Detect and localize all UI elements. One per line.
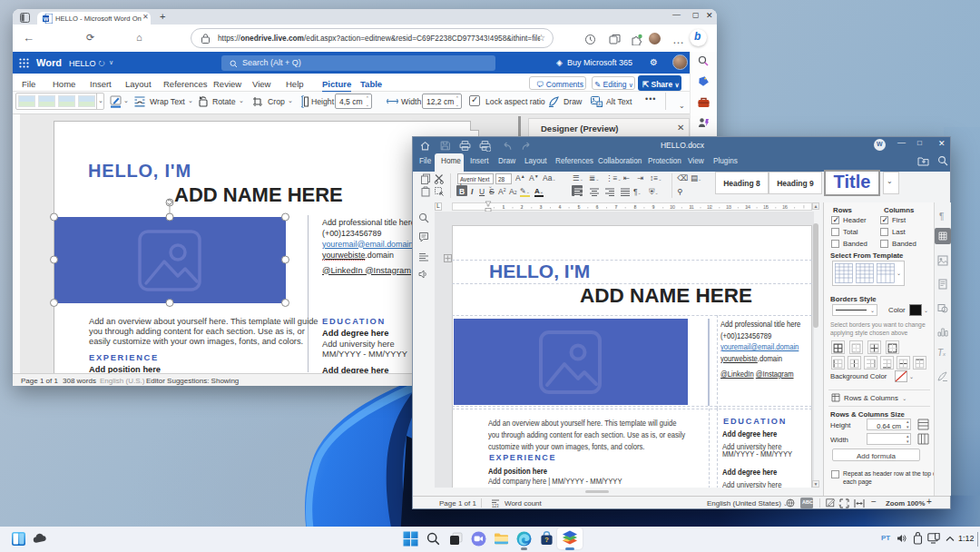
svg-text:13: 13 (726, 204, 731, 210)
svg-text:10: 10 (670, 204, 675, 210)
svg-text:?: ? (544, 536, 549, 544)
svg-text:12: 12 (707, 204, 712, 210)
svg-text:11: 11 (689, 204, 694, 210)
svg-text:15: 15 (763, 204, 769, 210)
svg-text:4: 4 (558, 204, 561, 210)
svg-text:6: 6 (595, 204, 598, 210)
svg-text:123: 123 (492, 504, 499, 508)
svg-text:8: 8 (633, 204, 636, 210)
svg-text:1: 1 (502, 204, 505, 210)
svg-text:14: 14 (745, 204, 750, 210)
svg-text:3: 3 (539, 204, 542, 210)
svg-text:5: 5 (577, 204, 580, 210)
svg-text:W: W (44, 15, 49, 21)
svg-text:9: 9 (652, 204, 654, 210)
svg-text:2: 2 (520, 204, 523, 210)
svg-text:7: 7 (614, 204, 617, 210)
svg-text:16: 16 (782, 204, 788, 210)
